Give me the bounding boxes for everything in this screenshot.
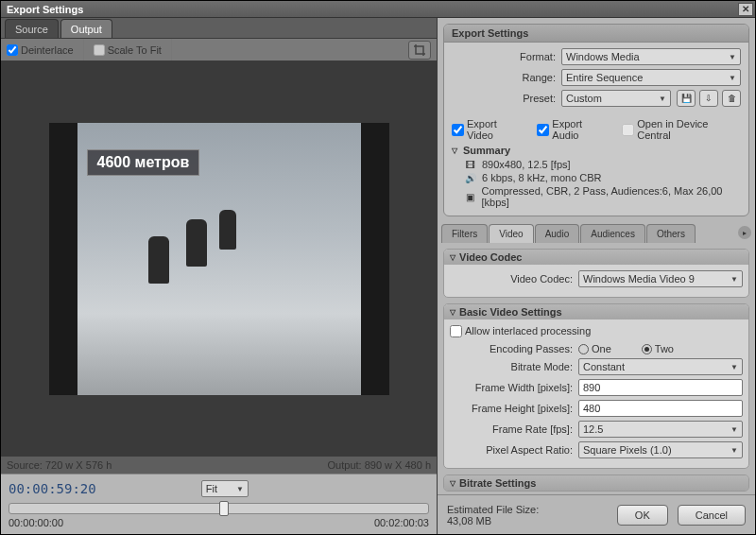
summary-audio: 6 kbps, 8 kHz, mono CBR [482,172,602,183]
passes-two-radio[interactable]: Two [642,343,674,354]
basic-video-settings-panel: ▽Basic Video Settings Allow interlaced p… [443,303,749,469]
bitrate-mode-label: Bitrate Mode: [450,361,573,372]
zoom-select[interactable]: Fit▼ [201,480,249,497]
estimated-size-value: 43,08 MB [447,515,608,526]
tab-output[interactable]: Output [60,19,112,38]
basic-video-heading[interactable]: ▽Basic Video Settings [444,304,748,319]
deinterlace-checkbox[interactable]: Deinterlace [7,44,74,56]
bitrate-settings-panel: ▽Bitrate Settings [443,475,749,492]
ok-button[interactable]: OK [617,505,668,526]
summary-compression: Compressed, CBR, 2 Pass, Audiences:6, Ma… [481,185,741,208]
save-preset-icon[interactable]: 💾 [677,90,696,107]
time-start: 00:00:00:00 [9,517,63,528]
video-codec-heading[interactable]: ▽Video Codec [444,250,748,265]
tab-others[interactable]: Others [646,224,696,243]
video-caption: 4600 метров [87,149,200,176]
summary-toggle[interactable]: ▽Summary [452,145,741,156]
export-settings-panel: Export Settings Format: Windows Media▼ R… [443,24,749,216]
video-frame: 4600 метров [49,123,389,395]
tab-video[interactable]: Video [489,224,533,243]
allow-interlaced-checkbox[interactable]: Allow interlaced processing [450,325,743,337]
timeline-slider[interactable] [9,503,429,514]
preview-toolbar: Deinterlace Scale To Fit [1,39,437,61]
current-timecode[interactable]: 00:00:59:20 [9,481,96,496]
dimensions-bar: Source: 720 w X 576 h Output: 890 w X 48… [1,457,437,474]
time-end: 00:02:00:03 [374,517,429,528]
range-label: Range: [452,72,556,83]
frame-height-field[interactable]: 480 [578,400,743,417]
scale-to-fit-checkbox: Scale To Fit [94,44,162,56]
close-icon[interactable]: ✕ [738,3,753,16]
compress-icon: ▣ [465,192,475,202]
export-settings-window: Export Settings ✕ Source Output Deinterl… [0,0,756,535]
output-dimensions: Output: 890 w X 480 h [328,459,431,471]
export-video-checkbox[interactable]: Export Video [452,118,524,141]
window-title: Export Settings [3,4,83,15]
film-icon: 🎞 [465,160,476,170]
frame-width-label: Frame Width [pixels]: [450,382,573,393]
bitrate-settings-heading[interactable]: ▽Bitrate Settings [444,475,748,491]
pixel-aspect-select[interactable]: Square Pixels (1.0)▼ [578,441,743,458]
frame-width-field[interactable]: 890 [578,379,743,396]
range-select[interactable]: Entire Sequence▼ [561,69,741,86]
video-codec-panel: ▽Video Codec Video Codec: Windows Media … [443,249,749,298]
settings-tabs: Filters Video Audio Audiences Others ▸ [438,222,755,243]
passes-one-radio[interactable]: One [578,343,611,354]
frame-height-label: Frame Height [pixels]: [450,403,573,414]
export-settings-heading: Export Settings [444,25,748,43]
format-select[interactable]: Windows Media▼ [561,48,741,65]
panel-menu-icon[interactable]: ▸ [738,226,751,239]
tab-audiences[interactable]: Audiences [580,224,645,243]
titlebar: Export Settings ✕ [1,1,755,18]
speaker-icon: 🔊 [465,173,476,183]
dialog-footer: Estimated File Size: 43,08 MB OK Cancel [438,494,755,534]
preview-tabs: Source Output [1,18,437,39]
video-codec-select[interactable]: Windows Media Video 9▼ [578,270,743,287]
preset-label: Preset: [452,93,556,104]
frame-rate-select[interactable]: 12.5▼ [578,421,743,438]
crop-icon[interactable] [408,41,431,60]
tab-source[interactable]: Source [5,19,59,38]
delete-preset-icon[interactable]: 🗑 [722,90,741,107]
format-label: Format: [452,51,556,62]
import-preset-icon[interactable]: ⇩ [699,90,718,107]
settings-pane: Export Settings Format: Windows Media▼ R… [438,18,755,534]
export-audio-checkbox[interactable]: Export Audio [537,118,609,141]
preview-viewport[interactable]: 4600 метров [1,61,437,457]
transport-controls: 00:00:59:20 Fit▼ 00:00:00:00 00:02:00:03 [1,474,437,534]
pixel-aspect-label: Pixel Aspect Ratio: [450,444,573,456]
playhead-handle[interactable] [219,501,229,516]
summary-video: 890x480, 12.5 [fps] [482,159,571,170]
video-codec-label: Video Codec: [450,273,573,285]
frame-rate-label: Frame Rate [fps]: [450,423,573,435]
source-dimensions: Source: 720 w X 576 h [7,459,112,471]
tab-filters[interactable]: Filters [441,224,488,243]
tab-audio[interactable]: Audio [535,224,580,243]
cancel-button[interactable]: Cancel [678,505,746,526]
preview-pane: Source Output Deinterlace Scale To Fit 4… [1,18,438,534]
open-device-central-checkbox: Open in Device Central [622,118,741,141]
bitrate-mode-select[interactable]: Constant▼ [578,358,743,375]
encoding-passes-label: Encoding Passes: [450,343,573,354]
preset-select[interactable]: Custom▼ [561,90,671,107]
estimated-size-label: Estimated File Size: [447,504,608,515]
